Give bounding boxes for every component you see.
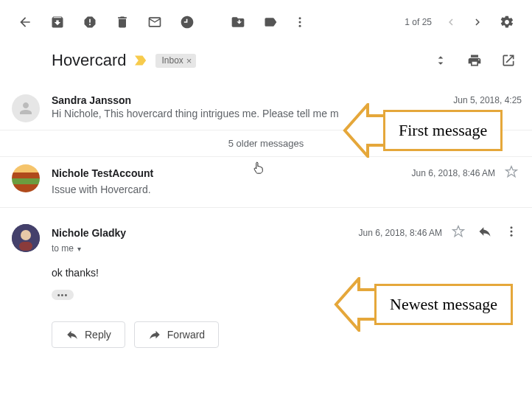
annotation-text: First message (383, 110, 503, 151)
annotation-text: Newest message (374, 284, 513, 325)
open-new-window-button[interactable] (495, 47, 522, 74)
toolbar-divider (212, 13, 213, 31)
delete-button[interactable] (108, 7, 137, 37)
annotation-newest: Newest message (333, 277, 513, 332)
chevron-down-icon: ▾ (77, 245, 81, 253)
snooze-button[interactable] (172, 7, 202, 37)
show-trimmed-button[interactable]: ••• (52, 290, 74, 300)
expand-collapse-icon (433, 53, 448, 68)
message-date: Jun 6, 2018, 8:46 AM (359, 228, 442, 238)
more-button[interactable] (288, 7, 312, 37)
clock-icon (180, 15, 195, 29)
more-vert-icon (505, 225, 518, 238)
label-icon (263, 15, 278, 29)
settings-button[interactable] (492, 7, 522, 37)
sender-name: Nichole TestAccount (52, 167, 153, 179)
move-to-button[interactable] (223, 7, 253, 37)
mark-unread-button[interactable] (140, 7, 169, 37)
subject-row: Hovercard Inbox × (0, 43, 532, 87)
svg-point-8 (511, 234, 513, 237)
reply-icon (477, 224, 492, 239)
reply-button[interactable]: Reply (52, 321, 125, 348)
forward-label: Forward (167, 329, 205, 341)
back-arrow-icon (18, 15, 32, 29)
reply-icon (66, 328, 79, 341)
svg-point-6 (511, 226, 513, 229)
person-icon (17, 100, 35, 117)
svg-point-0 (299, 17, 301, 19)
svg-point-4 (21, 230, 31, 240)
arrow-left-icon (342, 103, 386, 158)
avatar (12, 94, 40, 122)
close-icon: × (186, 55, 192, 66)
message-more-button[interactable] (501, 225, 522, 241)
avatar-graphic-icon (12, 224, 40, 252)
inbox-label[interactable]: Inbox × (155, 54, 196, 68)
star-button[interactable] (501, 164, 522, 182)
importance-marker-icon[interactable] (133, 55, 148, 66)
folder-move-icon (231, 15, 245, 29)
more-vert-icon (293, 15, 307, 29)
open-new-icon (501, 53, 516, 68)
svg-point-7 (511, 231, 513, 233)
forward-icon (148, 328, 161, 341)
trash-icon (115, 15, 130, 29)
message-collapsed-second[interactable]: Nichole TestAccount Jun 6, 2018, 8:46 AM… (0, 157, 532, 203)
sender-name: Sandra Jansson (52, 94, 131, 106)
pager-text: 1 of 25 (405, 17, 432, 27)
mail-unread-icon (147, 15, 162, 29)
expand-collapse-button[interactable] (427, 47, 454, 74)
archive-button[interactable] (43, 7, 72, 37)
svg-point-2 (299, 25, 301, 27)
recipient-dropdown[interactable]: to me ▾ (52, 243, 522, 254)
gear-icon (500, 15, 514, 29)
subject-title: Hovercard (52, 51, 126, 70)
reply-icon-button[interactable] (475, 224, 495, 242)
avatar (12, 224, 40, 252)
chevron-right-icon (471, 15, 484, 29)
avatar (12, 164, 40, 192)
forward-button[interactable]: Forward (134, 321, 219, 348)
chevron-left-icon (444, 15, 458, 29)
sender-name: Nichole Gladky (52, 227, 126, 239)
svg-point-1 (299, 21, 301, 24)
inbox-label-text: Inbox (161, 55, 183, 66)
report-spam-button[interactable] (75, 7, 105, 37)
older-messages-text: 5 older messages (228, 138, 304, 149)
message-snippet: Issue with Hovercard. (52, 184, 522, 195)
message-date: Jun 6, 2018, 8:46 AM (412, 168, 495, 178)
annotation-first: First message (342, 103, 503, 158)
print-button[interactable] (461, 47, 488, 74)
star-outline-icon (504, 164, 519, 179)
recipient-text: to me (52, 243, 74, 254)
spam-icon (83, 15, 97, 29)
labels-button[interactable] (256, 7, 285, 37)
newer-button[interactable] (439, 7, 463, 37)
arrow-left-icon (333, 277, 377, 332)
star-outline-icon (451, 224, 466, 239)
archive-icon (50, 15, 65, 29)
star-button[interactable] (448, 224, 469, 242)
back-button[interactable] (10, 7, 40, 37)
svg-rect-5 (19, 242, 32, 251)
older-button[interactable] (466, 7, 489, 37)
toolbar: 1 of 25 (0, 0, 532, 43)
reply-label: Reply (85, 329, 111, 341)
print-icon (467, 53, 482, 68)
